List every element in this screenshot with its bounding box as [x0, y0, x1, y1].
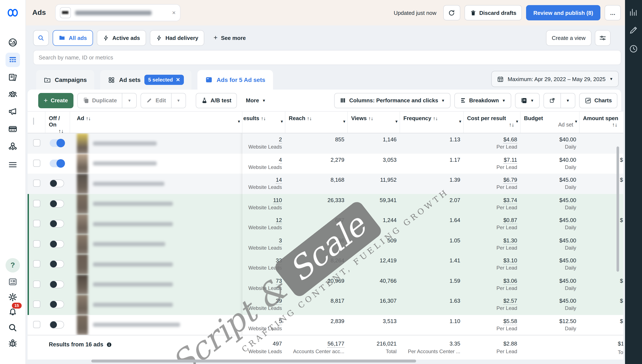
- info-icon[interactable]: [106, 342, 112, 348]
- cost-value[interactable]: $4.68: [503, 136, 517, 144]
- vertical-scrollbar[interactable]: [616, 146, 619, 272]
- search-filter-button[interactable]: [33, 30, 49, 46]
- ad-status-toggle[interactable]: [50, 280, 64, 288]
- horizontal-scrollbar[interactable]: [91, 360, 416, 362]
- ad-name-cell[interactable]: [70, 254, 242, 274]
- results-value[interactable]: 73: [276, 278, 282, 284]
- help-icon[interactable]: ?: [6, 258, 20, 272]
- header-frequency[interactable]: Frequency↑↓▾: [400, 112, 464, 133]
- header-ad[interactable]: Ad↑↓▾: [70, 112, 242, 133]
- sidebar-item-pages-icon[interactable]: [8, 72, 18, 82]
- ad-status-toggle[interactable]: [50, 220, 64, 228]
- row-checkbox[interactable]: [33, 139, 40, 146]
- selected-count-badge[interactable]: 5 selected ✕: [144, 75, 184, 85]
- duplicate-dropdown[interactable]: ▼: [122, 93, 137, 108]
- header-off-on[interactable]: Off / On↑↓: [46, 112, 70, 133]
- ad-name-cell[interactable]: [70, 315, 242, 335]
- ad-status-toggle[interactable]: [50, 160, 64, 167]
- see-more-filters[interactable]: + See more: [208, 30, 251, 46]
- row-checkbox[interactable]: [33, 160, 40, 166]
- header-views[interactable]: Views↑↓▾: [348, 112, 400, 133]
- account-selector[interactable]: ✕: [55, 4, 180, 21]
- sidebar-item-audiences-icon[interactable]: [8, 89, 18, 99]
- create-a-view-button[interactable]: Create a view: [546, 30, 592, 46]
- sidebar-search-icon[interactable]: [8, 322, 18, 333]
- row-checkbox[interactable]: [33, 200, 40, 207]
- meta-logo-icon[interactable]: [7, 7, 19, 19]
- header-budget[interactable]: BudgetAd set▾: [520, 112, 580, 133]
- view-settings-button[interactable]: [595, 30, 610, 46]
- create-button[interactable]: + Create: [38, 93, 74, 108]
- ad-name-cell[interactable]: [70, 214, 242, 234]
- overflow-menu-button[interactable]: …: [605, 5, 621, 20]
- row-checkbox[interactable]: [33, 300, 40, 308]
- news-icon[interactable]: [8, 277, 18, 287]
- review-and-publish-button[interactable]: Review and publish (8): [526, 5, 600, 20]
- ad-name-cell[interactable]: [70, 154, 242, 174]
- cost-value[interactable]: $3.06: [503, 278, 517, 284]
- performance-chart-icon[interactable]: [629, 8, 638, 17]
- cost-value[interactable]: $6.79: [503, 176, 517, 184]
- header-amount-spent[interactable]: Amount spen↑↓: [580, 112, 623, 133]
- results-value[interactable]: 3: [279, 237, 282, 244]
- ad-status-toggle[interactable]: [50, 240, 64, 248]
- ab-test-button[interactable]: A/B test: [196, 93, 237, 108]
- charts-button[interactable]: Charts: [579, 93, 617, 108]
- sidebar-item-assets-icon[interactable]: [8, 141, 18, 151]
- ad-status-toggle[interactable]: [50, 321, 64, 328]
- refresh-button[interactable]: [443, 5, 460, 20]
- row-checkbox[interactable]: [33, 321, 40, 328]
- ad-status-toggle[interactable]: [50, 300, 64, 308]
- row-checkbox[interactable]: [33, 260, 40, 268]
- header-reach[interactable]: Reach↑↓▾: [285, 112, 348, 133]
- export-dropdown[interactable]: ▼: [561, 93, 575, 108]
- columns-button[interactable]: Columns: Performance and clicks▼: [334, 93, 450, 108]
- results-value[interactable]: 110: [273, 197, 282, 204]
- row-checkbox[interactable]: [33, 180, 40, 187]
- bug-report-icon[interactable]: [8, 338, 18, 348]
- cost-value[interactable]: $7.11: [504, 156, 517, 164]
- ad-name-cell[interactable]: [70, 133, 242, 154]
- duplicate-button[interactable]: Duplicate: [77, 93, 122, 108]
- results-value[interactable]: 14: [276, 176, 282, 184]
- cost-value[interactable]: $3.74: [503, 197, 517, 204]
- edit-pencil-icon[interactable]: [629, 26, 638, 35]
- ad-name-cell[interactable]: [70, 274, 242, 294]
- select-all-checkbox[interactable]: [33, 118, 34, 125]
- results-value[interactable]: 2: [279, 136, 282, 144]
- search-input[interactable]: [33, 50, 621, 65]
- export-button[interactable]: [544, 93, 561, 108]
- sidebar-item-campaigns-active[interactable]: [6, 53, 20, 67]
- ad-status-toggle[interactable]: [50, 200, 64, 207]
- results-value[interactable]: 39: [276, 298, 282, 305]
- results-value[interactable]: 12: [276, 217, 282, 224]
- cost-value[interactable]: $5.58: [503, 318, 517, 325]
- header-cost-per-result[interactable]: Cost per result↑↓▾: [464, 112, 520, 133]
- ad-status-toggle[interactable]: [50, 139, 64, 147]
- results-value[interactable]: 5: [279, 318, 282, 325]
- filter-all-ads[interactable]: All ads: [53, 30, 93, 46]
- all-tools-menu-icon[interactable]: [8, 160, 18, 170]
- row-checkbox[interactable]: [33, 240, 40, 247]
- tab-ads-active[interactable]: Ads for 5 Ad sets: [198, 70, 273, 90]
- edit-button[interactable]: Edit: [141, 93, 172, 108]
- filter-active-ads[interactable]: Active ads: [96, 30, 146, 46]
- row-checkbox[interactable]: [33, 280, 40, 288]
- discard-drafts-button[interactable]: Discard drafts: [464, 5, 522, 20]
- breakdown-button[interactable]: Breakdown▼: [454, 93, 511, 108]
- ad-status-toggle[interactable]: [50, 180, 64, 187]
- ad-name-cell[interactable]: [70, 194, 242, 214]
- results-value[interactable]: 33: [276, 257, 282, 264]
- account-close-icon[interactable]: ✕: [172, 10, 176, 16]
- settings-gear-icon[interactable]: [8, 292, 18, 302]
- history-clock-icon[interactable]: [629, 44, 638, 54]
- ad-name-cell[interactable]: [70, 294, 242, 315]
- tab-ad-sets[interactable]: Ad sets 5 selected ✕: [100, 70, 192, 90]
- date-range-selector[interactable]: Maximum: Apr 29, 2022 – May 29, 2025 ▼: [491, 71, 619, 87]
- cost-value[interactable]: $1.30: [503, 237, 517, 244]
- results-value[interactable]: 4: [279, 156, 282, 164]
- filter-had-delivery[interactable]: Had delivery: [150, 30, 204, 46]
- ad-status-toggle[interactable]: [50, 260, 64, 268]
- reports-button[interactable]: ▼: [515, 93, 540, 108]
- badge-close-icon[interactable]: ✕: [176, 77, 180, 83]
